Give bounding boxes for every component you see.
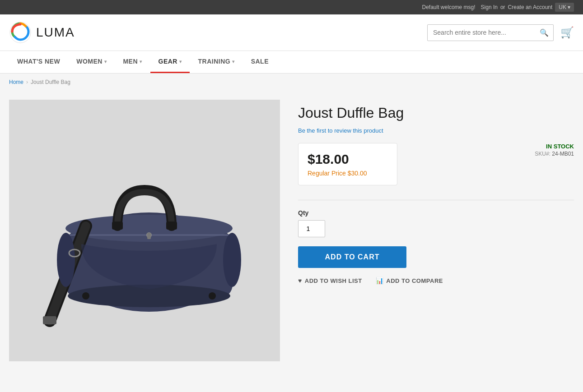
product-title: Joust Duffle Bag xyxy=(298,104,574,121)
compare-icon: 📊 xyxy=(376,277,384,284)
stock-status: IN STOCK xyxy=(535,143,574,150)
create-account-link[interactable]: Create an Account xyxy=(508,4,553,10)
svg-rect-8 xyxy=(166,221,177,230)
action-links: ♥ ADD TO WISH LIST 📊 ADD TO COMPARE xyxy=(298,277,574,284)
svg-point-14 xyxy=(223,233,241,287)
product-image-section xyxy=(9,100,280,361)
search-icon: 🔍 xyxy=(540,29,549,37)
logo[interactable]: LUMA xyxy=(9,21,75,44)
logo-icon xyxy=(9,21,32,44)
cart-symbol: 🛒 xyxy=(560,26,574,38)
product-page: Joust Duffle Bag Be the first to review … xyxy=(0,91,583,370)
breadcrumb: Home › Joust Duffle Bag xyxy=(0,74,583,91)
breadcrumb-current: Joust Duffle Bag xyxy=(31,79,70,85)
logo-text: LUMA xyxy=(36,25,75,40)
chevron-down-icon: ▾ xyxy=(104,59,107,64)
top-bar: Default welcome msg! Sign In or Create a… xyxy=(0,0,583,14)
add-to-cart-button[interactable]: Add to Cart xyxy=(298,246,406,268)
stock-sku: IN STOCK SKU#: 24-MB01 xyxy=(535,143,574,157)
welcome-message: Default welcome msg! xyxy=(422,4,476,10)
svg-point-13 xyxy=(57,233,75,287)
svg-point-11 xyxy=(82,292,89,300)
svg-rect-7 xyxy=(112,221,123,230)
regular-price: Regular Price $30.00 xyxy=(308,170,388,177)
svg-rect-10 xyxy=(147,233,151,239)
cart-icon[interactable]: 🛒 xyxy=(560,26,574,39)
locale-button[interactable]: UK ▾ xyxy=(555,3,574,12)
sku-value: 24-MB01 xyxy=(552,151,574,157)
sku: SKU#: 24-MB01 xyxy=(535,151,574,157)
or-separator: or xyxy=(500,4,505,10)
chevron-down-icon: ▾ xyxy=(232,59,235,64)
chevron-down-icon: ▾ xyxy=(179,59,182,64)
search-button[interactable]: 🔍 xyxy=(535,25,553,41)
search-box: 🔍 xyxy=(427,24,554,41)
add-to-wishlist-link[interactable]: ♥ ADD TO WISH LIST xyxy=(298,277,362,284)
chevron-down-icon: ▾ xyxy=(140,59,142,64)
nav-item-training[interactable]: Training ▾ xyxy=(190,51,243,73)
breadcrumb-separator: › xyxy=(26,79,28,85)
signin-link[interactable]: Sign In xyxy=(481,4,498,10)
nav-item-gear[interactable]: Gear ▾ xyxy=(150,51,190,73)
divider xyxy=(298,200,574,200)
search-input[interactable] xyxy=(428,25,535,40)
svg-point-12 xyxy=(209,292,216,300)
header-right: 🔍 🛒 xyxy=(427,24,574,41)
qty-label: Qty xyxy=(298,209,574,217)
sale-price: $18.00 xyxy=(308,152,388,167)
nav-item-women[interactable]: Women ▾ xyxy=(68,51,115,73)
svg-rect-6 xyxy=(43,316,56,324)
product-details: Joust Duffle Bag Be the first to review … xyxy=(298,100,574,361)
price-box: $18.00 Regular Price $30.00 xyxy=(298,143,397,185)
review-link[interactable]: Be the first to review this product xyxy=(298,127,383,134)
breadcrumb-home[interactable]: Home xyxy=(9,79,23,85)
nav-item-sale[interactable]: Sale xyxy=(243,51,277,73)
qty-input[interactable] xyxy=(298,220,325,237)
navigation: What's New Women ▾ Men ▾ Gear ▾ Training… xyxy=(0,51,583,74)
product-image xyxy=(27,118,262,343)
header: LUMA 🔍 🛒 xyxy=(0,14,583,51)
heart-icon: ♥ xyxy=(298,277,302,284)
price-stock-row: $18.00 Regular Price $30.00 IN STOCK SKU… xyxy=(298,143,574,191)
nav-item-men[interactable]: Men ▾ xyxy=(115,51,150,73)
add-to-compare-link[interactable]: 📊 ADD TO COMPARE xyxy=(376,277,443,284)
nav-item-whats-new[interactable]: What's New xyxy=(9,51,68,73)
